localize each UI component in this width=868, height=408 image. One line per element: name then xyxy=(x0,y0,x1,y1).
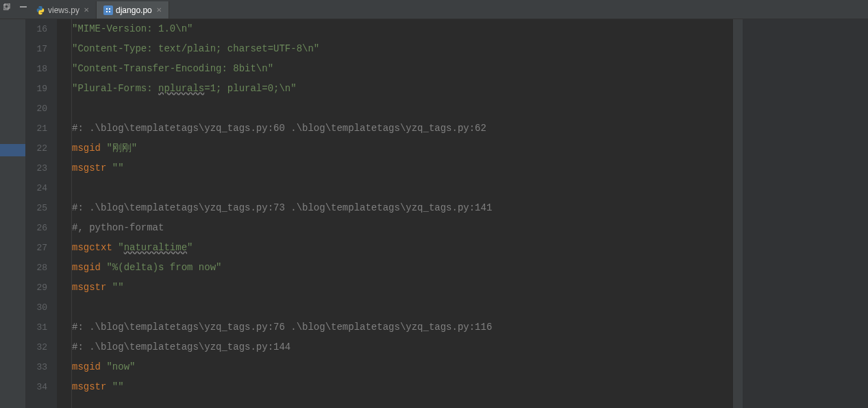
code-token: " xyxy=(118,242,123,253)
code-line[interactable]: msgstr "" xyxy=(72,158,733,178)
svg-rect-4 xyxy=(109,8,110,10)
code-line[interactable] xyxy=(72,298,733,317)
code-token: #: .\blog\templatetags\yzq_tags.py:144 xyxy=(72,341,290,352)
line-number-gutter[interactable]: 16171819202122232425262728293031323334 xyxy=(25,19,57,408)
indent-guide xyxy=(57,19,72,408)
code-token: msgstr xyxy=(72,282,112,293)
code-token: msgstr xyxy=(72,381,112,392)
code-token: msgstr xyxy=(72,163,112,173)
code-line[interactable]: #: .\blog\templatetags\yzq_tags.py:144 xyxy=(72,337,733,357)
code-token: "%(delta)s from now" xyxy=(106,262,221,273)
line-number[interactable]: 21 xyxy=(25,119,47,139)
code-token: msgid xyxy=(72,361,106,372)
tool-window-strip[interactable] xyxy=(0,19,25,408)
line-number[interactable]: 18 xyxy=(25,59,47,79)
code-line[interactable]: #: .\blog\templatetags\yzq_tags.py:76 .\… xyxy=(72,317,733,337)
code-token: "Content-Type: text/plain; charset=UTF-8… xyxy=(72,43,319,54)
svg-rect-6 xyxy=(109,11,110,12)
line-number[interactable]: 30 xyxy=(25,298,47,317)
code-line[interactable]: "Content-Type: text/plain; charset=UTF-8… xyxy=(72,39,733,59)
code-token: "刚刚" xyxy=(106,143,137,154)
line-number[interactable]: 33 xyxy=(25,357,47,377)
editor-right-panel xyxy=(743,19,868,408)
code-line[interactable]: "Plural-Forms: nplurals=1; plural=0;\n" xyxy=(72,79,733,99)
line-number[interactable]: 17 xyxy=(25,39,47,59)
tab-label: django.po xyxy=(116,5,152,15)
code-token: nplurals xyxy=(158,83,204,94)
file-tab-django-po[interactable]: django.po✕ xyxy=(97,1,169,19)
code-token: #: .\blog\templatetags\yzq_tags.py:60 .\… xyxy=(72,123,486,134)
code-token: "" xyxy=(112,163,124,173)
code-line[interactable]: msgid "%(delta)s from now" xyxy=(72,258,733,278)
line-number[interactable]: 23 xyxy=(25,158,47,178)
close-icon[interactable]: ✕ xyxy=(155,6,162,14)
tab-bar: views.py✕django.po✕ xyxy=(0,1,868,19)
svg-rect-0 xyxy=(3,5,8,10)
line-number[interactable]: 16 xyxy=(25,19,47,39)
code-line[interactable]: "Content-Transfer-Encoding: 8bit\n" xyxy=(72,59,733,79)
tab-label: views.py xyxy=(48,5,79,15)
code-line[interactable]: msgstr "" xyxy=(72,377,733,397)
code-line[interactable]: msgid "刚刚" xyxy=(72,139,733,158)
code-token: #: .\blog\templatetags\yzq_tags.py:73 .\… xyxy=(72,202,492,213)
python-file-icon xyxy=(36,5,45,15)
code-token: msgid xyxy=(72,262,106,273)
line-number[interactable]: 22 xyxy=(25,139,47,158)
code-line[interactable]: msgctxt "naturaltime" xyxy=(72,238,733,258)
vertical-scrollbar[interactable] xyxy=(733,19,743,408)
svg-rect-1 xyxy=(5,3,10,8)
code-token: msgid xyxy=(72,143,106,154)
close-icon[interactable]: ✕ xyxy=(82,6,89,14)
line-number[interactable]: 32 xyxy=(25,337,47,357)
code-line[interactable]: #: .\blog\templatetags\yzq_tags.py:73 .\… xyxy=(72,198,733,218)
line-number[interactable]: 25 xyxy=(25,198,47,218)
restore-window-icon[interactable] xyxy=(1,1,12,12)
line-number[interactable]: 27 xyxy=(25,238,47,258)
code-token: naturaltime xyxy=(124,242,187,253)
line-number[interactable]: 31 xyxy=(25,317,47,337)
code-editor[interactable]: "MIME-Version: 1.0\n""Content-Type: text… xyxy=(72,19,733,408)
file-tab-views-py[interactable]: views.py✕ xyxy=(29,1,97,19)
minimize-icon[interactable] xyxy=(18,1,29,12)
code-token: msgctxt xyxy=(72,242,118,253)
code-token: "Content-Transfer-Encoding: 8bit\n" xyxy=(72,63,273,74)
code-line[interactable]: msgid "now" xyxy=(72,357,733,377)
line-number[interactable]: 20 xyxy=(25,99,47,119)
code-token: "" xyxy=(112,282,124,293)
gutter-highlight xyxy=(0,144,25,156)
editor-pane: 16171819202122232425262728293031323334 "… xyxy=(25,19,868,408)
line-number[interactable]: 34 xyxy=(25,377,47,397)
code-token: " xyxy=(187,242,193,253)
line-number[interactable]: 29 xyxy=(25,278,47,298)
po-file-icon xyxy=(103,5,113,15)
code-token: "" xyxy=(112,381,124,392)
code-line[interactable]: #: .\blog\templatetags\yzq_tags.py:60 .\… xyxy=(72,119,733,139)
line-number[interactable]: 24 xyxy=(25,178,47,198)
code-line[interactable]: "MIME-Version: 1.0\n" xyxy=(72,19,733,39)
svg-rect-3 xyxy=(106,8,108,10)
code-token: #, python-format xyxy=(72,222,164,233)
code-line[interactable] xyxy=(72,99,733,119)
code-line[interactable] xyxy=(72,178,733,198)
code-line[interactable]: msgstr "" xyxy=(72,278,733,298)
code-token: #: .\blog\templatetags\yzq_tags.py:76 .\… xyxy=(72,322,492,333)
code-line[interactable]: #, python-format xyxy=(72,218,733,238)
code-token: "MIME-Version: 1.0\n" xyxy=(72,23,193,34)
line-number[interactable]: 19 xyxy=(25,79,47,99)
line-number[interactable]: 28 xyxy=(25,258,47,278)
svg-rect-5 xyxy=(106,11,108,12)
line-number[interactable]: 26 xyxy=(25,218,47,238)
code-token: "now" xyxy=(106,361,135,372)
code-token: "Plural-Forms: xyxy=(72,83,158,94)
code-token: =1; plural=0;\n" xyxy=(204,83,296,94)
